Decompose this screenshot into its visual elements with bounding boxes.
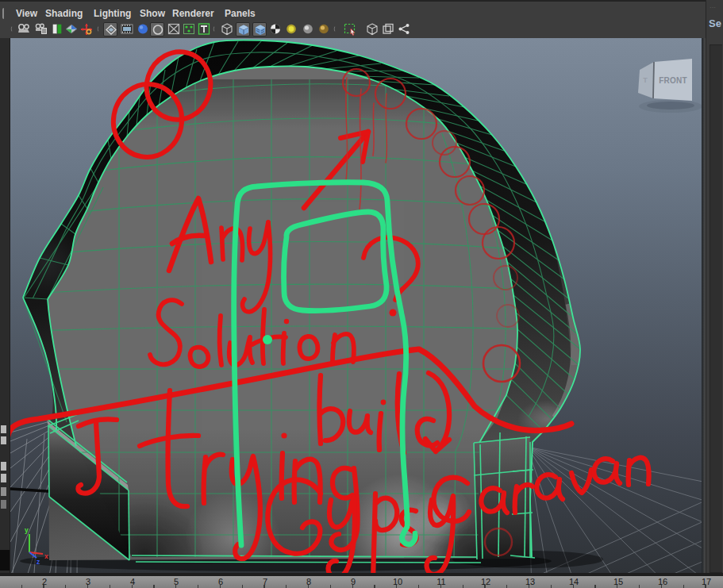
svg-text:z: z: [37, 558, 40, 566]
svg-text:FRONT: FRONT: [659, 76, 686, 85]
svg-text:y: y: [25, 526, 29, 534]
svg-text:T: T: [643, 76, 648, 84]
svg-text:x: x: [44, 552, 48, 560]
